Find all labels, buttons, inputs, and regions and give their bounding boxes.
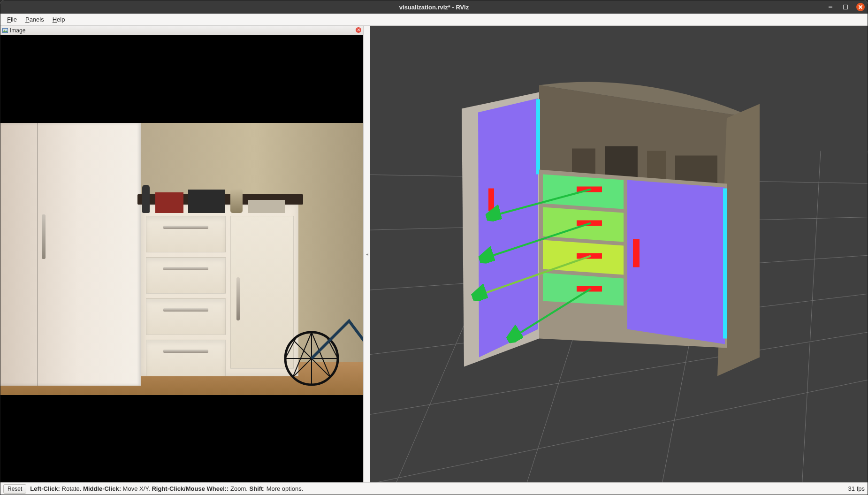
overlay-edge-right (723, 189, 727, 339)
svg-rect-25 (647, 151, 666, 179)
reset-button[interactable]: Reset (3, 484, 26, 494)
svg-rect-0 (3, 28, 8, 32)
image-panel: Image (0, 26, 364, 482)
overlay-handle (488, 189, 494, 211)
menu-file[interactable]: File (3, 15, 21, 24)
statusbar: Reset Left-Click: Rotate. Middle-Click: … (0, 482, 868, 495)
overlay-edge (536, 99, 540, 175)
3d-scene (370, 26, 868, 482)
camera-image[interactable] (0, 35, 363, 482)
maximize-button[interactable] (841, 3, 850, 11)
3d-viewport[interactable] (370, 26, 868, 482)
svg-rect-24 (605, 146, 638, 179)
minimize-button[interactable] (826, 3, 835, 11)
image-panel-header[interactable]: Image (0, 26, 363, 35)
status-hints: Left-Click: Rotate. Middle-Click: Move X… (30, 485, 303, 492)
fps-counter: 31 fps (848, 485, 865, 492)
titlebar: visualization.rviz* - RViz (0, 0, 868, 14)
svg-point-1 (4, 29, 5, 30)
menubar: File Panels Help (0, 14, 868, 26)
image-panel-close-icon[interactable] (356, 27, 361, 33)
menu-help[interactable]: Help (49, 15, 69, 24)
window-title: visualization.rviz* - RViz (0, 4, 868, 11)
bicycle-icon (283, 283, 363, 387)
overlay-door-left (478, 99, 538, 358)
overlay-door-handle (633, 239, 640, 267)
main-area: Image (0, 26, 868, 482)
app-window: visualization.rviz* - RViz File Panels H… (0, 0, 868, 495)
close-button[interactable] (856, 3, 865, 11)
window-controls (826, 3, 865, 11)
image-panel-title: Image (10, 27, 25, 34)
menu-panels[interactable]: Panels (22, 15, 48, 24)
svg-rect-26 (675, 156, 717, 184)
overlay-door-right (627, 180, 725, 344)
camera-scene (0, 123, 363, 395)
image-panel-icon (2, 28, 8, 33)
panel-splitter[interactable] (364, 26, 370, 482)
